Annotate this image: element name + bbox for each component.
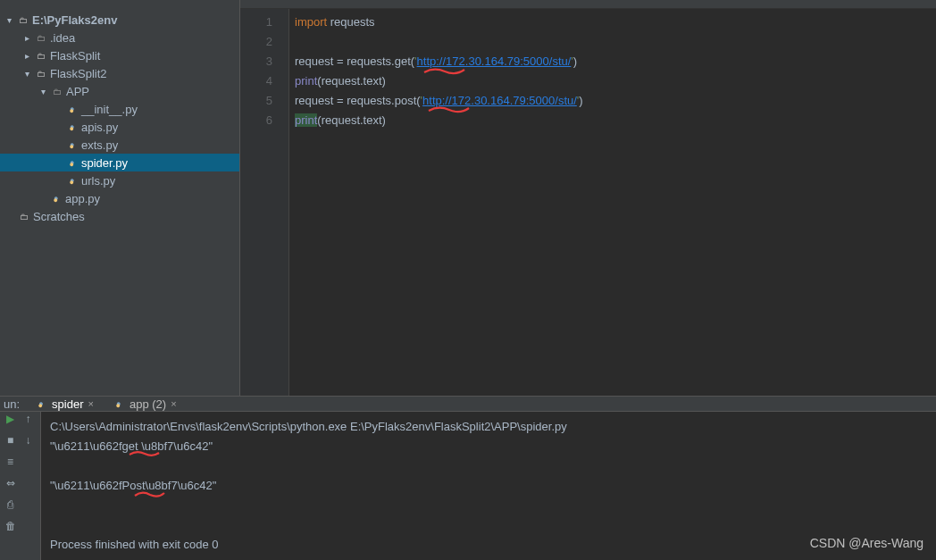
red-annotation bbox=[129, 444, 161, 464]
run-tab[interactable]: spider× bbox=[32, 397, 96, 411]
console-line bbox=[50, 515, 927, 535]
folder-icon: 🗀 bbox=[34, 31, 47, 45]
console-line bbox=[50, 496, 927, 515]
layout-icon[interactable]: ≡ bbox=[4, 455, 17, 468]
tree-item[interactable]: apis.py bbox=[0, 118, 239, 136]
project-sidebar: 🗀 E:\PyFlaks2env 🗀.idea🗀FlaskSplit🗀Flask… bbox=[0, 0, 240, 396]
tree-item[interactable]: 🗀FlaskSplit bbox=[0, 46, 239, 64]
run-tab-label: app (2) bbox=[130, 397, 166, 411]
folder-icon: 🗀 bbox=[17, 210, 30, 223]
tree-label: spider.py bbox=[79, 156, 128, 170]
code-line[interactable] bbox=[295, 32, 583, 52]
run-console[interactable]: C:\Users\Administrator\Envs\flask2env\Sc… bbox=[41, 412, 936, 560]
tree-label: FlaskSplit bbox=[48, 49, 100, 63]
close-icon[interactable]: × bbox=[88, 398, 94, 409]
run-panel-label: un: bbox=[4, 397, 20, 411]
tree-item[interactable]: urls.py bbox=[0, 171, 239, 189]
python-file-icon bbox=[65, 156, 79, 170]
tree-root[interactable]: 🗀 E:\PyFlaks2env bbox=[0, 11, 239, 29]
python-file-icon bbox=[34, 397, 47, 411]
run-tab[interactable]: app (2)× bbox=[110, 397, 179, 411]
tree-item[interactable]: 🗀.idea bbox=[0, 29, 239, 46]
print-icon[interactable]: ⎙ bbox=[4, 497, 17, 511]
tree-label: exts.py bbox=[79, 138, 118, 152]
soft-wrap-icon[interactable]: ⇔ bbox=[4, 476, 17, 489]
code-editor[interactable]: 123456 import requests request = request… bbox=[240, 9, 936, 396]
tree-item[interactable]: exts.py bbox=[0, 136, 239, 154]
python-file-icon bbox=[65, 121, 79, 134]
run-panel: un: spider×app (2)× ▶ ■ ≡ ⇔ ⎙ 🗑 ↑ ↓ C:\U… bbox=[0, 397, 936, 560]
project-toolbar bbox=[0, 0, 239, 9]
run-tabs: un: spider×app (2)× bbox=[0, 397, 936, 412]
python-file-icon bbox=[65, 174, 79, 188]
tree-item[interactable]: 🗀Scratches bbox=[0, 207, 239, 225]
project-tree[interactable]: 🗀 E:\PyFlaks2env 🗀.idea🗀FlaskSplit🗀Flask… bbox=[0, 9, 239, 225]
console-line: C:\Users\Administrator\Envs\flask2env\Sc… bbox=[50, 417, 927, 437]
gutter: 123456 bbox=[240, 9, 289, 396]
red-annotation bbox=[134, 485, 166, 505]
tree-label: apis.py bbox=[79, 121, 118, 134]
up-icon[interactable]: ↑ bbox=[21, 412, 35, 425]
console-line bbox=[50, 456, 927, 476]
editor-area: 123456 import requests request = request… bbox=[240, 0, 936, 396]
delete-icon[interactable]: 🗑 bbox=[4, 519, 17, 532]
rerun-icon[interactable]: ▶ bbox=[4, 412, 17, 425]
tree-item[interactable]: app.py bbox=[0, 189, 239, 207]
stop-icon[interactable]: ■ bbox=[4, 433, 17, 447]
python-file-icon bbox=[65, 103, 79, 116]
chevron-down-icon[interactable] bbox=[37, 87, 49, 96]
down-icon[interactable]: ↓ bbox=[21, 433, 35, 447]
tree-label: app.py bbox=[63, 192, 100, 205]
tree-item[interactable]: spider.py bbox=[0, 154, 239, 171]
editor-tabs[interactable] bbox=[240, 0, 936, 9]
tree-label: FlaskSplit2 bbox=[48, 67, 107, 80]
chevron-down-icon[interactable] bbox=[21, 69, 33, 79]
console-line: "\u6211\u662fPost\u8bf7\u6c42" bbox=[50, 476, 927, 496]
red-annotation bbox=[428, 102, 471, 121]
tree-label: E:\PyFlaks2env bbox=[30, 13, 117, 27]
chevron-right-icon[interactable] bbox=[21, 51, 33, 61]
folder-icon: 🗀 bbox=[34, 49, 47, 63]
close-icon[interactable]: × bbox=[171, 398, 176, 409]
run-toolbar: ▶ ■ ≡ ⇔ ⎙ 🗑 ↑ ↓ bbox=[0, 412, 41, 560]
python-file-icon bbox=[65, 138, 79, 152]
folder-icon: 🗀 bbox=[50, 85, 63, 98]
red-annotation bbox=[423, 63, 466, 82]
console-line: Process finished with exit code 0 bbox=[50, 535, 927, 555]
chevron-down-icon[interactable] bbox=[3, 15, 15, 25]
chevron-right-icon[interactable] bbox=[21, 33, 33, 43]
code-line[interactable]: import requests bbox=[295, 13, 583, 32]
folder-icon: 🗀 bbox=[16, 13, 29, 27]
tree-item[interactable]: 🗀FlaskSplit2 bbox=[0, 64, 239, 82]
console-line: "\u6211\u662fget \u8bf7\u6c42" bbox=[50, 437, 927, 456]
run-tab-label: spider bbox=[52, 397, 83, 411]
tree-label: Scratches bbox=[31, 210, 85, 223]
tree-label: urls.py bbox=[79, 174, 115, 188]
tree-label: __init__.py bbox=[79, 103, 138, 116]
watermark: CSDN @Ares-Wang bbox=[810, 533, 923, 553]
python-file-icon bbox=[112, 397, 125, 411]
tree-item[interactable]: __init__.py bbox=[0, 100, 239, 118]
folder-icon: 🗀 bbox=[34, 67, 47, 80]
tree-item[interactable]: 🗀APP bbox=[0, 82, 239, 100]
code-content[interactable]: import requests request = requests.get('… bbox=[289, 9, 583, 396]
tree-label: .idea bbox=[48, 31, 75, 45]
python-file-icon bbox=[49, 192, 63, 205]
tree-label: APP bbox=[64, 85, 89, 98]
